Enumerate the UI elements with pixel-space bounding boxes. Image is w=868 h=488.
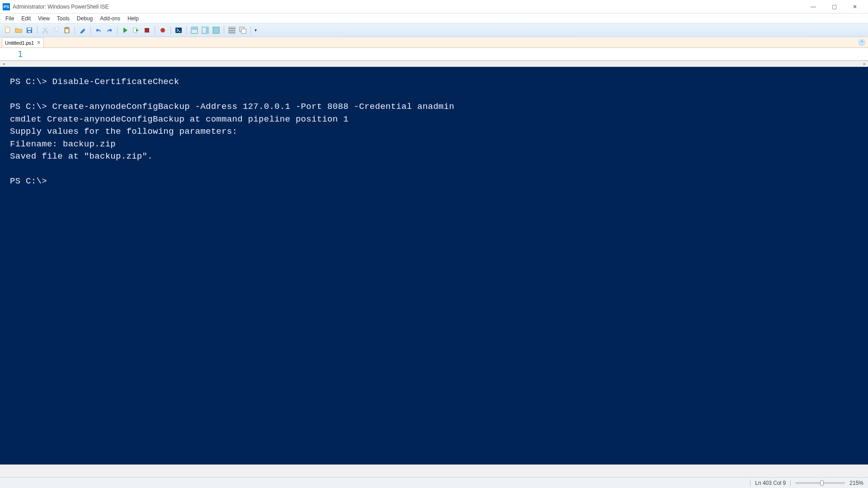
show-commands-icon[interactable] — [227, 25, 237, 35]
menu-addons[interactable]: Add-ons — [96, 14, 124, 23]
menu-file[interactable]: File — [2, 14, 18, 23]
svg-rect-4 — [28, 31, 31, 33]
maximize-button[interactable]: ▢ — [824, 0, 844, 14]
show-command-window-icon[interactable] — [238, 25, 248, 35]
run-icon[interactable] — [120, 25, 130, 35]
svg-rect-26 — [241, 29, 246, 33]
collapse-script-pane-icon[interactable]: ˄ — [858, 39, 865, 46]
svg-rect-22 — [229, 28, 235, 29]
show-script-top-icon[interactable] — [189, 25, 199, 35]
line-number: 1 — [0, 48, 27, 60]
menu-help[interactable]: Help — [124, 14, 142, 23]
menu-view[interactable]: View — [34, 14, 53, 23]
scroll-left-icon[interactable]: ◂ — [0, 61, 7, 66]
show-script-max-icon[interactable] — [211, 25, 221, 35]
cursor-position: Ln 403 Col 9 — [755, 480, 786, 486]
svg-point-14 — [160, 28, 165, 33]
window-title: Administrator: Windows PowerShell ISE — [13, 4, 109, 10]
run-selection-icon[interactable] — [131, 25, 141, 35]
editor-content[interactable] — [27, 48, 868, 60]
new-file-icon[interactable] — [3, 25, 13, 35]
tab-untitled1[interactable]: Untitled1.ps1 ✕ — [2, 38, 44, 47]
statusbar: Ln 403 Col 9 215% — [0, 477, 868, 488]
toolbar: ▾ — [0, 23, 868, 37]
breakpoint-icon[interactable] — [158, 25, 168, 35]
svg-rect-19 — [206, 27, 208, 33]
svg-rect-11 — [66, 29, 68, 33]
svg-rect-10 — [66, 27, 68, 28]
save-icon[interactable] — [24, 25, 34, 35]
app-icon: PS — [3, 3, 10, 10]
show-script-right-icon[interactable] — [200, 25, 210, 35]
copy-icon[interactable] — [51, 25, 61, 35]
zoom-slider[interactable] — [795, 482, 845, 484]
console-pane[interactable]: PS C:\> Disable-CertificateCheck PS C:\>… — [0, 67, 868, 465]
redo-icon[interactable] — [104, 25, 114, 35]
svg-rect-24 — [229, 32, 235, 33]
stop-icon[interactable] — [142, 25, 152, 35]
menu-tools[interactable]: Tools — [53, 14, 73, 23]
menu-debug[interactable]: Debug — [73, 14, 96, 23]
svg-rect-3 — [28, 28, 31, 30]
tab-close-icon[interactable]: ✕ — [37, 40, 41, 46]
undo-icon[interactable] — [94, 25, 104, 35]
svg-rect-8 — [55, 27, 58, 31]
minimize-button[interactable]: — — [803, 0, 824, 14]
tab-strip: Untitled1.ps1 ✕ ˄ — [0, 37, 868, 48]
editor-horizontal-scrollbar[interactable]: ◂ ▸ — [0, 61, 868, 67]
zoom-level: 215% — [849, 480, 863, 486]
svg-rect-23 — [229, 30, 235, 31]
powershell-icon[interactable] — [174, 25, 184, 35]
clear-icon[interactable] — [78, 25, 88, 35]
open-file-icon[interactable] — [14, 25, 24, 35]
tab-label: Untitled1.ps1 — [5, 40, 34, 46]
options-icon[interactable]: ▾ — [254, 25, 257, 35]
titlebar: PS Administrator: Windows PowerShell ISE… — [0, 0, 868, 14]
svg-rect-13 — [145, 28, 149, 33]
menu-edit[interactable]: Edit — [18, 14, 34, 23]
svg-rect-1 — [5, 27, 9, 28]
scroll-right-icon[interactable]: ▸ — [861, 61, 868, 66]
svg-rect-12 — [133, 28, 137, 33]
script-editor[interactable]: 1 — [0, 48, 868, 61]
paste-icon[interactable] — [62, 25, 72, 35]
close-button[interactable]: ✕ — [844, 0, 865, 14]
svg-rect-20 — [213, 27, 219, 33]
zoom-knob[interactable] — [820, 480, 824, 486]
svg-rect-17 — [191, 27, 198, 30]
cut-icon[interactable] — [40, 25, 50, 35]
menubar: File Edit View Tools Debug Add-ons Help — [0, 14, 868, 23]
